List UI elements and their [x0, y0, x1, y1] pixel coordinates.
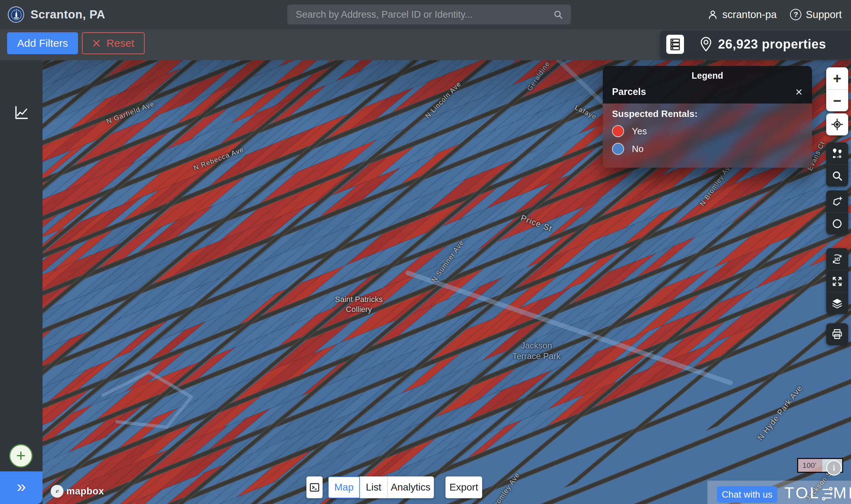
geolocate-button[interactable]: [826, 113, 848, 135]
table-icon: [669, 38, 681, 51]
legend-label-no: No: [632, 144, 644, 155]
svg-text:3D: 3D: [834, 257, 840, 262]
polygon-plus-icon: [831, 195, 843, 207]
table-view-button[interactable]: [666, 35, 684, 54]
draw-controls: [826, 190, 848, 234]
left-sidebar: + »: [0, 60, 43, 504]
route-pins-icon: [831, 147, 843, 159]
tolemi-e-glyph: [822, 487, 833, 501]
user-icon: [707, 9, 718, 20]
help-icon: ?: [790, 9, 801, 20]
search-area-button[interactable]: [826, 164, 848, 186]
brand-text-left: TOL: [784, 484, 821, 502]
view-controls: 3D: [826, 248, 848, 314]
locate-control: [826, 113, 848, 135]
username: scranton-pa: [722, 9, 777, 21]
crosshair-icon: [831, 118, 843, 130]
draw-polygon-button[interactable]: [826, 190, 848, 212]
filter-bar: Add Filters Reset 26,923 properties: [0, 29, 851, 60]
search-icon[interactable]: [553, 10, 563, 19]
brand-text-right: MI: [833, 484, 851, 502]
analytics-chart-button[interactable]: [9, 100, 34, 125]
zoom-out-button[interactable]: −: [826, 89, 848, 111]
search-bar[interactable]: [287, 5, 571, 24]
draw-circle-button[interactable]: [826, 212, 848, 234]
chat-with-us-button[interactable]: Chat with us: [717, 486, 777, 503]
legend-panel: Legend Parcels ✕ Suspected Rentals: Yes …: [603, 66, 812, 168]
zoom-in-button[interactable]: +: [826, 67, 848, 89]
tab-map[interactable]: Map: [328, 476, 360, 498]
user-menu[interactable]: scranton-pa: [707, 9, 777, 21]
legend-section-title: Suspected Rentals:: [612, 108, 803, 119]
line-chart-icon: [13, 104, 30, 121]
add-button[interactable]: +: [9, 444, 33, 467]
terminal-icon: [309, 482, 320, 493]
print-control: [826, 323, 848, 345]
layers-button[interactable]: [826, 292, 848, 314]
top-navbar: Scranton, PA scranton-pa ? Support: [0, 0, 851, 29]
info-button[interactable]: i: [826, 460, 842, 476]
view-mode-tabs: Map List Analytics: [328, 476, 434, 498]
double-chevron-icon: »: [17, 478, 26, 497]
legend-item-yes: Yes: [612, 125, 803, 137]
legend-label-yes: Yes: [632, 126, 647, 137]
reset-filters-button[interactable]: Reset: [82, 32, 145, 54]
legend-close-icon[interactable]: ✕: [795, 88, 803, 97]
scale-label: 100’: [802, 461, 817, 470]
3d-rotate-icon: 3D: [830, 252, 844, 266]
add-filters-button[interactable]: Add Filters: [7, 32, 78, 54]
search-input[interactable]: [287, 9, 553, 20]
fullscreen-button[interactable]: [826, 270, 848, 292]
legend-title: Legend: [603, 71, 812, 81]
layers-icon: [831, 297, 843, 309]
route-measure-button[interactable]: [826, 142, 848, 164]
support-label: Support: [806, 9, 842, 21]
properties-count-panel: 26,923 properties: [660, 30, 851, 58]
tab-analytics[interactable]: Analytics: [388, 476, 434, 498]
print-button[interactable]: [826, 323, 848, 345]
map-pin-icon: [699, 37, 713, 52]
query-console-button[interactable]: [306, 476, 323, 498]
legend-header: Legend Parcels ✕: [603, 66, 812, 103]
tolemi-logo: TOL MI: [784, 484, 851, 502]
legend-layer-name: Parcels: [612, 86, 646, 97]
x-icon: [92, 39, 101, 47]
legend-item-no: No: [612, 143, 803, 155]
mapbox-icon: [51, 485, 63, 498]
legend-swatch-yes: [612, 125, 624, 137]
properties-count: 26,923 properties: [718, 37, 826, 52]
tab-list[interactable]: List: [360, 476, 388, 498]
reset-label: Reset: [106, 37, 134, 49]
printer-icon: [831, 328, 843, 340]
fullscreen-icon: [831, 276, 843, 287]
mapbox-logo[interactable]: mapbox: [51, 485, 104, 498]
expand-sidebar-button[interactable]: »: [0, 471, 43, 504]
toggle-3d-button[interactable]: 3D: [826, 248, 848, 270]
legend-body: Suspected Rentals: Yes No: [603, 103, 812, 168]
measure-search-controls: [826, 142, 848, 186]
magnifier-icon: [831, 170, 843, 181]
page-title: Scranton, PA: [30, 8, 105, 21]
zoom-controls: + −: [826, 67, 848, 111]
mapbox-wordmark: mapbox: [66, 486, 104, 497]
export-button[interactable]: Export: [445, 476, 482, 498]
circle-icon: [831, 218, 843, 230]
support-link[interactable]: ? Support: [790, 9, 842, 21]
city-seal-logo: [8, 6, 24, 23]
legend-swatch-no: [612, 143, 624, 155]
